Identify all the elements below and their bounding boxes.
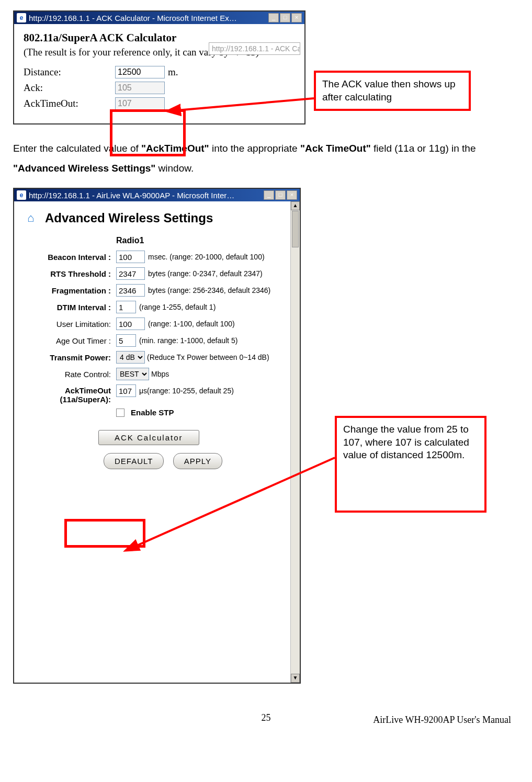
ie-icon: e xyxy=(17,13,26,22)
page-number: 25 xyxy=(262,712,271,723)
close-button[interactable]: × xyxy=(287,190,297,200)
rate-select[interactable]: BEST xyxy=(116,368,149,380)
acktimeout2-label: AckTimeOut (11a/SuperA): xyxy=(27,384,116,404)
beacon-note: msec. (range: 20-1000, default 100) xyxy=(148,253,265,261)
rts-input[interactable] xyxy=(116,267,145,280)
beacon-label: Beacon Interval : xyxy=(27,251,116,262)
radio1-header: Radio1 xyxy=(116,236,295,245)
stp-checkbox[interactable] xyxy=(116,409,124,417)
ie-icon: e xyxy=(17,190,26,200)
ageout-note: (min. range: 1-1000, default 5) xyxy=(139,336,237,345)
advanced-settings-window: e http://192.168.1.1 - AirLive WLA-9000A… xyxy=(13,188,301,684)
scroll-thumb[interactable] xyxy=(292,211,299,247)
ack-calculator-button[interactable]: ACK Calculator xyxy=(98,430,199,445)
ack-calculator-window: e http://192.168.1.1 - ACK Calculator - … xyxy=(13,10,305,124)
userlim-note: (range: 1-100, default 100) xyxy=(148,320,235,328)
acktimeout-label: AckTimeOut: xyxy=(24,98,115,109)
close-button[interactable]: × xyxy=(291,13,302,22)
window2-titlebar: e http://192.168.1.1 - AirLive WLA-9000A… xyxy=(14,189,300,201)
frag-note: bytes (range: 256-2346, default 2346) xyxy=(148,286,270,294)
ack-label: Ack: xyxy=(24,82,115,94)
minimize-button[interactable]: _ xyxy=(268,13,279,22)
highlight-box-acktimeout xyxy=(64,519,145,548)
window1-titlebar: e http://192.168.1.1 - ACK Calculator - … xyxy=(14,12,304,24)
callout-ack-value: The ACK value then shows up after calcul… xyxy=(314,71,471,111)
ageout-label: Age Out Timer : xyxy=(27,334,116,345)
window1-title: http://192.168.1.1 - ACK Calculator - Mi… xyxy=(29,14,268,22)
ack-output xyxy=(115,82,165,94)
home-icon: ⌂ xyxy=(27,211,41,225)
adv-title-text: Advanced Wireless Settings xyxy=(45,211,213,225)
rate-label: Rate Control: xyxy=(27,368,116,379)
dtim-note: (range 1-255, default 1) xyxy=(139,303,216,311)
txpower-note: (Reduce Tx Power between 0~14 dB) xyxy=(147,353,269,361)
rate-unit: Mbps xyxy=(151,370,169,378)
para-t2: into the appropriate xyxy=(209,143,300,154)
window2-title: http://192.168.1.1 - AirLive WLA-9000AP … xyxy=(29,191,264,200)
txpower-select[interactable]: 4 dB xyxy=(116,351,145,364)
callout-change-value: Change the value from 25 to 107, where 1… xyxy=(335,416,486,513)
frag-label: Fragmentation : xyxy=(27,284,116,295)
dtim-input[interactable] xyxy=(116,301,136,313)
rts-label: RTS Threshold : xyxy=(27,267,116,278)
stp-label: Enable STP xyxy=(131,408,174,417)
minimize-button[interactable]: _ xyxy=(264,190,274,200)
para-t3: field (11a or 11g) in the xyxy=(371,143,476,154)
manual-title: AirLive WH-9200AP User's Manual xyxy=(373,715,511,726)
para-b3: "Advanced Wireless Settings" xyxy=(13,163,155,174)
scroll-down-button[interactable]: ▼ xyxy=(291,674,300,683)
dtim-label: DTIM Interval : xyxy=(27,301,116,312)
maximize-button[interactable]: □ xyxy=(280,13,290,22)
acktimeout2-note: μs(range: 10-255, default 25) xyxy=(139,387,234,395)
instruction-paragraph: Enter the calculated value of "AckTimeOu… xyxy=(13,139,519,178)
frag-input[interactable] xyxy=(116,284,145,297)
adv-settings-heading: ⌂ Advanced Wireless Settings xyxy=(27,211,295,225)
maximize-button[interactable]: □ xyxy=(275,190,286,200)
scroll-up-button[interactable]: ▲ xyxy=(291,201,300,210)
scrollbar[interactable]: ▲ ▼ xyxy=(290,201,300,683)
ageout-input[interactable] xyxy=(116,334,136,347)
beacon-input[interactable] xyxy=(116,251,145,263)
acktimeout-output xyxy=(115,97,165,110)
distance-input[interactable] xyxy=(115,66,165,78)
rts-note: bytes (range: 0-2347, default 2347) xyxy=(148,269,263,278)
distance-unit: m. xyxy=(168,66,178,78)
url-tooltip: http://192.168.1.1 - ACK Cal xyxy=(209,42,300,55)
distance-label: Distance: xyxy=(24,66,115,78)
apply-button[interactable]: APPLY xyxy=(173,453,222,469)
para-b2: "Ack TimeOut" xyxy=(300,143,371,154)
acktimeout2-input[interactable] xyxy=(116,384,136,397)
default-button[interactable]: DEFAULT xyxy=(104,453,164,469)
userlim-label: User Limitation: xyxy=(27,318,116,328)
para-t4: window. xyxy=(155,163,194,174)
highlight-box-ack xyxy=(110,109,186,156)
userlim-input[interactable] xyxy=(116,318,145,330)
txpower-label: Transmit Power: xyxy=(27,351,116,362)
